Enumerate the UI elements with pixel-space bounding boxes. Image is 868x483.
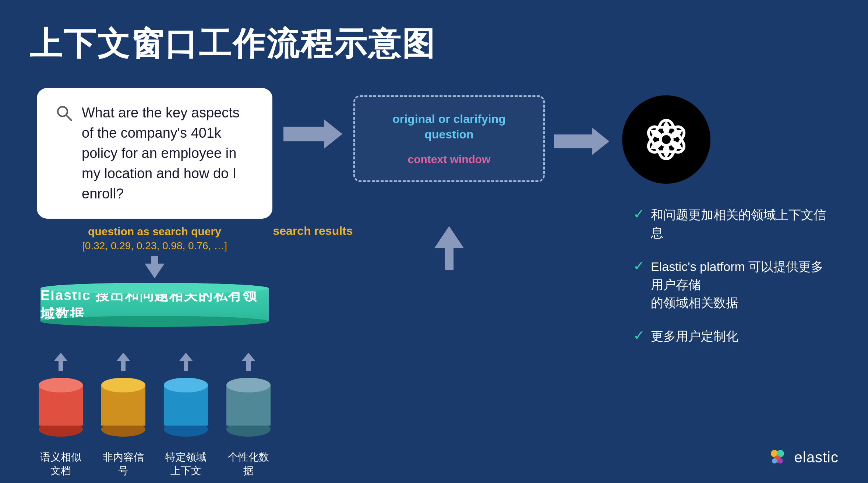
middle-column: original or clarifyingquestion context w… (346, 95, 552, 270)
elastic-bar: Elastic 搜出和问题相关的私有领域数据 (40, 283, 269, 327)
elastic-logo-text: elastic (794, 449, 839, 466)
cylinder-nonsemantic: 非内容信号 (99, 353, 147, 477)
svg-marker-11 (242, 353, 255, 361)
arrow-right-1-area: search results (280, 117, 346, 238)
arrow-up-icon-2 (117, 353, 130, 371)
query-label-area: question as search query [0.32, 0.29, 0.… (82, 225, 227, 278)
svg-line-1 (66, 115, 71, 120)
svg-marker-13 (434, 226, 464, 270)
svg-marker-12 (283, 119, 342, 149)
svg-rect-3 (151, 256, 158, 265)
search-results-label: search results (273, 224, 353, 238)
benefit-item-2: ✓ Elastic's platform 可以提供更多用户存储的领域相关数据 (633, 258, 828, 312)
page-title: 上下文窗口工作流程示意图 (29, 22, 839, 66)
arrow-up-icon-3 (179, 353, 193, 371)
search-icon (55, 104, 73, 123)
benefit-item-3: ✓ 更多用户定制化 (633, 327, 828, 345)
svg-marker-2 (145, 264, 165, 278)
check-icon-3: ✓ (633, 327, 645, 344)
check-icon-2: ✓ (633, 258, 645, 275)
cylinder-domain: 特定领域上下文 (162, 353, 210, 477)
cylinder-semantic: 语义相似文档 (37, 353, 85, 477)
svg-rect-10 (246, 360, 251, 371)
check-icon-1: ✓ (633, 206, 645, 223)
arrow-up-icon-4 (242, 353, 255, 371)
svg-point-22 (778, 458, 783, 463)
query-label: question as search query (88, 225, 221, 238)
arrow-down-icon (145, 256, 165, 278)
elastic-logo-icon (766, 446, 788, 468)
svg-marker-7 (117, 353, 130, 361)
search-query-text: What are the key aspects of the company'… (82, 103, 254, 204)
svg-rect-8 (184, 360, 188, 371)
svg-marker-14 (554, 128, 609, 155)
elastic-bar-bottom (40, 316, 269, 327)
cylinder-personalized: 个性化数据 (225, 353, 272, 477)
elastic-logo: elastic (766, 446, 839, 468)
benefit-text-3: 更多用户定制化 (651, 327, 738, 345)
openai-logo-svg (639, 112, 694, 167)
arrow-right-2-area (552, 125, 611, 158)
benefit-text-2: Elastic's platform 可以提供更多用户存储的领域相关数据 (651, 258, 828, 312)
openai-icon (622, 95, 710, 184)
flow-container: What are the key aspects of the company'… (29, 88, 839, 477)
query-vector: [0.32, 0.29, 0.23, 0.98, 0.76, …] (82, 240, 227, 252)
cylinder-label-4: 个性化数据 (228, 451, 269, 477)
svg-rect-4 (59, 360, 63, 371)
right-column: ✓ 和问题更加相关的领域上下文信息 ✓ Elastic's platform 可… (611, 95, 839, 361)
benefit-item-1: ✓ 和问题更加相关的领域上下文信息 (633, 206, 828, 242)
svg-point-16 (662, 135, 671, 144)
left-column: What are the key aspects of the company'… (29, 88, 280, 477)
slide: 上下文窗口工作流程示意图 What are the key aspects of… (0, 0, 868, 483)
cylinder-label-1: 语义相似文档 (40, 451, 81, 477)
svg-point-21 (772, 458, 777, 463)
context-window-label: context window (373, 153, 525, 166)
context-window-title: original or clarifyingquestion (373, 112, 525, 142)
arrow-up-large-icon (434, 226, 464, 270)
svg-marker-5 (54, 353, 67, 361)
arrow-up-icon-1 (54, 353, 67, 371)
svg-marker-9 (179, 353, 193, 361)
arrow-up-area (434, 226, 464, 270)
arrow-right-2-icon (554, 125, 609, 158)
arrow-right-1-icon (283, 117, 342, 151)
svg-rect-6 (121, 360, 126, 371)
context-window-box: original or clarifyingquestion context w… (353, 95, 545, 182)
cylinder-label-2: 非内容信号 (103, 451, 144, 477)
cylinder-label-3: 特定领域上下文 (165, 451, 207, 477)
search-box: What are the key aspects of the company'… (37, 88, 272, 219)
cylinders-row: 语义相似文档 非内容信号 (37, 353, 272, 477)
benefit-text-1: 和问题更加相关的领域上下文信息 (651, 206, 828, 242)
benefits-list: ✓ 和问题更加相关的领域上下文信息 ✓ Elastic's platform 可… (622, 206, 839, 361)
